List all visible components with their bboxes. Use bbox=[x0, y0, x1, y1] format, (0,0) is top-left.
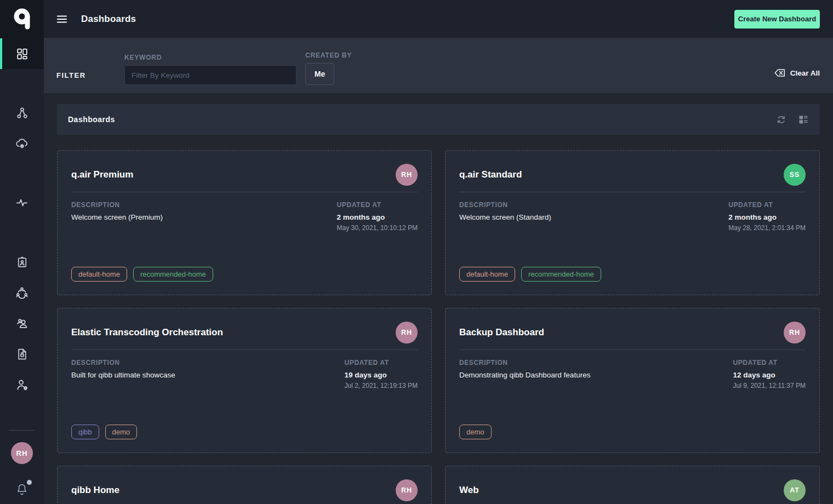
filter-label: FILTER bbox=[56, 71, 124, 85]
sidebar-nav bbox=[0, 38, 44, 400]
activity-icon bbox=[15, 196, 29, 210]
sidebar-item-cloud-settings[interactable] bbox=[0, 128, 44, 159]
tag-demo[interactable]: demo bbox=[459, 425, 492, 439]
dashboard-card[interactable]: Elastic Transcoding OrchestrationRHDESCR… bbox=[57, 308, 432, 453]
refresh-icon[interactable] bbox=[775, 114, 787, 125]
tag-default-home[interactable]: default-home bbox=[459, 267, 515, 282]
updated-relative: 12 days ago bbox=[733, 371, 806, 379]
updated-date: Jul 2, 2021, 12:19:13 PM bbox=[345, 382, 418, 390]
card-divider bbox=[459, 350, 806, 350]
clear-all-button[interactable]: Clear All bbox=[774, 67, 820, 85]
updated-at-label: UPDATED AT bbox=[337, 201, 418, 209]
sidebar: RH bbox=[0, 0, 44, 504]
created-by-field-group: CREATED BY Me bbox=[305, 51, 352, 85]
section-actions bbox=[775, 114, 809, 125]
team-icon bbox=[15, 316, 30, 331]
dashboard-card[interactable]: q.air StandardSSDESCRIPTIONWelcome scree… bbox=[445, 150, 820, 295]
card-owner-avatar[interactable]: RH bbox=[396, 164, 418, 186]
updated-at-label: UPDATED AT bbox=[733, 359, 806, 366]
sidebar-bottom: RH bbox=[0, 430, 44, 504]
tag-default-home[interactable]: default-home bbox=[71, 267, 127, 282]
dashboard-card[interactable]: Backup DashboardRHDESCRIPTIONDemonstrati… bbox=[445, 308, 820, 453]
card-divider bbox=[71, 350, 418, 350]
secure-document-icon bbox=[15, 347, 29, 361]
description-label: DESCRIPTION bbox=[71, 359, 175, 366]
card-divider bbox=[71, 192, 418, 192]
dashboard-card[interactable]: q.air PremiumRHDESCRIPTIONWelcome screen… bbox=[57, 150, 432, 295]
card-owner-avatar[interactable]: RH bbox=[784, 322, 806, 343]
notification-dot bbox=[27, 480, 32, 485]
card-owner-avatar[interactable]: AT bbox=[784, 479, 806, 501]
created-by-me-button[interactable]: Me bbox=[305, 63, 334, 85]
sidebar-item-community[interactable] bbox=[0, 277, 44, 308]
sidebar-item-user-settings[interactable] bbox=[0, 369, 44, 400]
card-owner-avatar[interactable]: RH bbox=[396, 322, 418, 343]
sidebar-item-secure-document[interactable] bbox=[0, 339, 44, 369]
content-area: Dashboards bbox=[44, 93, 833, 504]
list-view-icon[interactable] bbox=[798, 114, 809, 125]
tag-row: default-homerecommended-home bbox=[459, 267, 806, 282]
sidebar-item-dashboards[interactable] bbox=[0, 38, 44, 69]
dashboards-icon bbox=[15, 47, 29, 61]
clear-filters-icon bbox=[774, 67, 786, 78]
description-label: DESCRIPTION bbox=[71, 201, 163, 209]
hamburger-icon bbox=[55, 13, 69, 26]
user-settings-icon bbox=[15, 377, 30, 392]
tag-row: demo bbox=[459, 425, 806, 439]
tag-recommended-home[interactable]: recommended-home bbox=[133, 267, 213, 282]
sidebar-item-id-badge[interactable] bbox=[0, 247, 44, 277]
card-description: Built for qibb ultimate showcase bbox=[71, 371, 175, 379]
tag-recommended-home[interactable]: recommended-home bbox=[521, 267, 601, 282]
card-title: Elastic Transcoding Orchestration bbox=[71, 327, 223, 338]
notifications-bell[interactable] bbox=[15, 482, 29, 499]
sidebar-item-node-graph[interactable] bbox=[0, 98, 44, 128]
section-title: Dashboards bbox=[68, 115, 115, 124]
card-description: Demonstrating qibb Dashboard features bbox=[459, 371, 590, 379]
sidebar-item-activity[interactable] bbox=[0, 187, 44, 218]
card-title: q.air Standard bbox=[459, 169, 522, 180]
clear-all-label: Clear All bbox=[790, 69, 820, 77]
created-by-label: CREATED BY bbox=[305, 51, 352, 59]
card-title: qibb Home bbox=[71, 485, 119, 496]
description-label: DESCRIPTION bbox=[459, 359, 590, 366]
description-label: DESCRIPTION bbox=[459, 201, 551, 209]
id-badge-icon bbox=[15, 255, 29, 269]
updated-date: May 30, 2021, 10:10:12 PM bbox=[337, 224, 418, 232]
main-area: Dashboards Create New Dashboard FILTER K… bbox=[44, 0, 833, 504]
menu-toggle-button[interactable] bbox=[55, 13, 69, 26]
updated-at-label: UPDATED AT bbox=[345, 359, 418, 366]
create-new-dashboard-button[interactable]: Create New Dashboard bbox=[734, 10, 820, 28]
card-description: Welcome screen (Standard) bbox=[459, 213, 551, 221]
community-icon bbox=[15, 285, 29, 300]
dashboard-card[interactable]: qibb HomeRH bbox=[57, 466, 432, 504]
updated-relative: 2 months ago bbox=[728, 213, 806, 221]
filter-bar: FILTER KEYWORD CREATED BY Me Clear All bbox=[44, 38, 833, 93]
section-header: Dashboards bbox=[57, 104, 820, 135]
card-owner-avatar[interactable]: SS bbox=[784, 164, 806, 186]
tag-demo[interactable]: demo bbox=[105, 425, 138, 439]
updated-date: May 28, 2021, 2:01:34 PM bbox=[728, 224, 806, 232]
page-title: Dashboards bbox=[81, 14, 136, 25]
keyword-field-group: KEYWORD bbox=[124, 54, 296, 85]
updated-relative: 2 months ago bbox=[337, 213, 418, 221]
node-graph-icon bbox=[15, 106, 29, 120]
keyword-label: KEYWORD bbox=[124, 54, 296, 61]
card-title: q.air Premium bbox=[71, 169, 133, 180]
card-divider bbox=[459, 192, 806, 192]
tag-qibb[interactable]: qibb bbox=[71, 425, 99, 439]
card-owner-avatar[interactable]: RH bbox=[396, 479, 418, 501]
tag-row: qibbdemo bbox=[71, 425, 418, 439]
user-avatar[interactable]: RH bbox=[11, 442, 33, 464]
card-title: Web bbox=[459, 485, 479, 496]
qibb-logo-icon bbox=[10, 7, 33, 31]
dashboard-cards-grid: q.air PremiumRHDESCRIPTIONWelcome screen… bbox=[57, 150, 820, 504]
tag-row: default-homerecommended-home bbox=[71, 267, 418, 282]
card-description: Welcome screen (Premium) bbox=[71, 213, 163, 221]
sidebar-item-team[interactable] bbox=[0, 308, 44, 339]
keyword-input[interactable] bbox=[124, 65, 296, 85]
bell-icon bbox=[15, 482, 29, 496]
app-logo[interactable] bbox=[0, 0, 44, 38]
card-title: Backup Dashboard bbox=[459, 327, 544, 338]
dashboard-card[interactable]: WebAT bbox=[445, 466, 820, 504]
updated-date: Jul 9, 2021, 12:11:37 PM bbox=[733, 382, 806, 390]
